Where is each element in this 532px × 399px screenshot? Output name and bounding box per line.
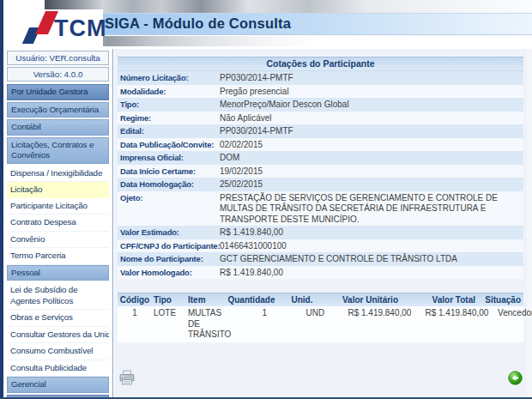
sidebar-menu-item[interactable]: Consultar Gestores da Unidade xyxy=(7,327,109,344)
sidebar-menu-item[interactable]: Por Unidade Gestora xyxy=(7,84,109,100)
detail-value: PP030/2014-PMTF xyxy=(220,73,523,84)
detail-value: GCT GERENCIAMENTO E CONTROLE DE TRÂNSITO… xyxy=(220,254,523,265)
details-table: Número Licitação: PP030/2014-PMTF Modali… xyxy=(118,71,523,279)
detail-label: Nome do Participante: xyxy=(118,254,220,265)
detail-row: Número Licitação: PP030/2014-PMTF xyxy=(118,71,523,85)
detail-label: Data Homologação: xyxy=(118,179,220,190)
printer-icon[interactable] xyxy=(118,370,136,386)
detail-row: CPF/CNPJ do Participante: 01466431000100 xyxy=(118,239,523,253)
detail-value: DOM xyxy=(220,153,523,164)
detail-label: Modalidade: xyxy=(118,87,220,98)
detail-value: R$ 1.419.840,00 xyxy=(220,227,523,239)
detail-label: Tipo: xyxy=(118,100,220,111)
sidebar-menu-item[interactable]: Obras e Serviços xyxy=(7,310,109,327)
main-content: Cotações do Participante Número Licitaçã… xyxy=(114,49,527,399)
sidebar: Usuário: VER.consulta Versão: 4.0.0 Por … xyxy=(3,49,112,399)
detail-row: Regime: Não Aplicável xyxy=(118,112,523,125)
detail-label: Imprensa Oficial: xyxy=(118,153,220,164)
header-texture-top xyxy=(45,0,532,13)
actions-bar xyxy=(118,370,523,386)
detail-row: Data Publicação/Convite: 02/02/2015 xyxy=(118,138,523,152)
detail-label: Número Licitação: xyxy=(118,73,220,84)
detail-row: Ojeto: PRESTAÇÃO DE SERVIÇOS DE GERENCIA… xyxy=(118,191,523,227)
detail-row: Data Início Certame: 19/02/2015 xyxy=(118,165,523,178)
detail-label: Regime: xyxy=(118,113,220,124)
detail-row: Data Homologação: 25/02/2015 xyxy=(118,178,523,191)
detail-value: 02/02/2015 xyxy=(220,140,523,151)
sidebar-menu-item[interactable]: Execução Orçamentária xyxy=(7,102,109,118)
detail-row: Imprensa Oficial: DOM xyxy=(118,151,523,165)
app-title: SIGA - Módulo de Consulta xyxy=(105,15,291,32)
panel-title: Cotações do Participante xyxy=(118,57,523,71)
detail-row: Valor Homologado: R$ 1.419.840,00 xyxy=(118,266,523,280)
version-info-box: Versão: 4.0.0 xyxy=(7,67,109,82)
sidebar-menu-item[interactable]: Participante Licitação xyxy=(7,198,109,215)
sidebar-menu-item[interactable]: Pessoal xyxy=(7,265,109,281)
col-header-item: Item xyxy=(188,293,218,306)
sidebar-menu-item[interactable]: Dispensa / Inexigibilidade xyxy=(7,166,109,183)
col-header-situacao: Situação xyxy=(475,293,523,306)
item-row: 1 LOTE MULTAS DE TRÂNSITO 1 UND R$ 1.419… xyxy=(118,306,523,342)
sidebar-menu-item[interactable]: Gerencial xyxy=(7,377,109,393)
sidebar-menu-item[interactable]: Convênio xyxy=(7,232,109,249)
sidebar-menu-item[interactable]: Termo Parceria xyxy=(7,248,109,265)
cell-valor-unitario: R$ 1.419.840,00 xyxy=(332,308,411,341)
cell-unid: UND xyxy=(298,308,332,341)
cell-quantidade: 1 xyxy=(231,308,298,341)
col-header-tipo: Tipo xyxy=(152,293,188,306)
detail-value: PP030/2014-PMTF xyxy=(220,126,523,137)
detail-value: Pregão presencial xyxy=(220,87,523,98)
detail-row: Nome do Participante: GCT GERENCIAMENTO … xyxy=(118,252,523,266)
sidebar-content-divider xyxy=(112,49,113,399)
detail-value: Não Aplicável xyxy=(220,113,523,124)
col-header-unid: Unid. xyxy=(285,293,319,306)
app-header: TCM SIGA - Módulo de Consulta xyxy=(3,0,532,49)
detail-label: Valor Homologado: xyxy=(118,268,220,279)
cell-situacao: Vencedor xyxy=(488,308,532,341)
detail-label: Data Início Certame: xyxy=(118,166,220,178)
detail-value: MenorPreço/Maior Descon Global xyxy=(220,100,523,111)
detail-label: Ojeto: xyxy=(118,193,220,204)
back-arrow-icon[interactable] xyxy=(508,371,523,385)
sidebar-menu-item[interactable]: Licitação xyxy=(7,182,109,198)
sidebar-menu-item[interactable]: Contábil xyxy=(7,119,109,136)
items-table-header: Código Tipo Item Quantidade Unid. Valor … xyxy=(118,293,523,306)
detail-value: 25/02/2015 xyxy=(220,179,523,190)
right-edge-strip xyxy=(527,49,532,399)
cell-codigo: 1 xyxy=(118,308,152,341)
detail-label: Data Publicação/Convite: xyxy=(118,140,220,151)
sidebar-menu-item[interactable]: Consumo Combustível xyxy=(7,343,109,360)
cell-tipo: LOTE xyxy=(152,308,188,341)
detail-value: PRESTAÇÃO DE SERVIÇOS DE GERENCIAMENTO E… xyxy=(220,193,523,226)
user-info-box: Usuário: VER.consulta xyxy=(7,51,109,65)
detail-row: Edital: PP030/2014-PMTF xyxy=(118,124,523,138)
detail-label: Edital: xyxy=(118,126,220,137)
detail-value: 01466431000100 xyxy=(220,241,523,252)
col-header-valor-total: Valor Total xyxy=(398,293,475,306)
sidebar-menu-item[interactable]: Contrato Despesa xyxy=(7,215,109,232)
detail-label: CPF/CNPJ do Participante: xyxy=(118,241,220,252)
col-header-quantidade: Quantidade xyxy=(218,293,285,306)
detail-label: Valor Estimado: xyxy=(118,227,220,239)
tcm-logo: TCM xyxy=(9,9,103,49)
cell-valor-total: R$ 1.419.840,00 xyxy=(411,308,488,341)
sidebar-menu: Por Unidade Gestora Execução Orçamentári… xyxy=(7,84,109,399)
detail-value: 19/02/2015 xyxy=(220,166,523,178)
logo-text: TCM xyxy=(54,15,106,41)
col-header-valor-unitario: Valor Unitário xyxy=(319,293,398,306)
sidebar-menu-item[interactable]: Licitações, Contratos e Convênios xyxy=(7,137,109,164)
detail-value: R$ 1.419.840,00 xyxy=(220,268,523,279)
detail-row: Tipo: MenorPreço/Maior Descon Global xyxy=(118,98,523,112)
detail-row: Valor Estimado: R$ 1.419.840,00 xyxy=(118,226,523,239)
sidebar-menu-item[interactable]: Lei de Subsídio de Agentes Políticos xyxy=(7,282,109,310)
items-table-body: 1 LOTE MULTAS DE TRÂNSITO 1 UND R$ 1.419… xyxy=(118,306,523,342)
sidebar-menu-item[interactable]: Consulta Publicidade xyxy=(7,360,109,378)
col-header-codigo: Código xyxy=(118,293,152,306)
detail-row: Modalidade: Pregão presencial xyxy=(118,85,523,99)
spacer xyxy=(118,279,523,293)
cell-item: MULTAS DE TRÂNSITO xyxy=(188,308,231,341)
